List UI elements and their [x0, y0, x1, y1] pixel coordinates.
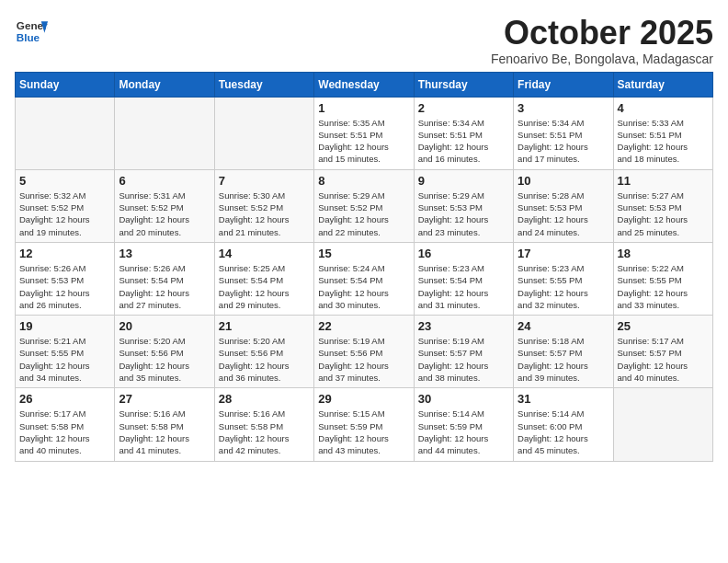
calendar-cell: 4Sunrise: 5:33 AM Sunset: 5:51 PM Daylig…	[613, 97, 712, 169]
day-number: 16	[418, 247, 509, 260]
calendar-cell: 14Sunrise: 5:25 AM Sunset: 5:54 PM Dayli…	[214, 242, 313, 315]
calendar-week-1: 1Sunrise: 5:35 AM Sunset: 5:51 PM Daylig…	[16, 97, 713, 169]
calendar-cell: 3Sunrise: 5:34 AM Sunset: 5:51 PM Daylig…	[514, 97, 613, 169]
cell-info: Sunrise: 5:28 AM Sunset: 5:53 PM Dayligh…	[518, 190, 609, 238]
calendar-cell: 26Sunrise: 5:17 AM Sunset: 5:58 PM Dayli…	[16, 388, 115, 461]
cell-info: Sunrise: 5:29 AM Sunset: 5:53 PM Dayligh…	[418, 190, 509, 238]
day-number: 31	[518, 392, 609, 406]
cell-info: Sunrise: 5:15 AM Sunset: 5:59 PM Dayligh…	[318, 408, 409, 456]
cell-info: Sunrise: 5:31 AM Sunset: 5:52 PM Dayligh…	[119, 190, 210, 238]
cell-info: Sunrise: 5:21 AM Sunset: 5:55 PM Dayligh…	[19, 335, 110, 384]
weekday-header-friday: Friday	[514, 72, 613, 97]
day-number: 30	[418, 392, 509, 406]
cell-info: Sunrise: 5:26 AM Sunset: 5:53 PM Dayligh…	[19, 262, 110, 311]
page-header: General Blue October 2025 Fenoarivo Be, …	[15, 15, 713, 66]
calendar-cell	[613, 388, 712, 461]
cell-info: Sunrise: 5:32 AM Sunset: 5:52 PM Dayligh…	[19, 190, 110, 238]
calendar-cell	[115, 97, 214, 169]
cell-info: Sunrise: 5:23 AM Sunset: 5:55 PM Dayligh…	[518, 262, 609, 311]
location-subtitle: Fenoarivo Be, Bongolava, Madagascar	[491, 52, 713, 66]
calendar-cell: 17Sunrise: 5:23 AM Sunset: 5:55 PM Dayli…	[514, 242, 613, 315]
day-number: 17	[518, 247, 609, 260]
calendar-cell: 10Sunrise: 5:28 AM Sunset: 5:53 PM Dayli…	[514, 169, 613, 242]
cell-info: Sunrise: 5:16 AM Sunset: 5:58 PM Dayligh…	[219, 408, 310, 456]
day-number: 18	[618, 247, 709, 260]
calendar-cell: 6Sunrise: 5:31 AM Sunset: 5:52 PM Daylig…	[115, 169, 214, 242]
calendar-cell: 27Sunrise: 5:16 AM Sunset: 5:58 PM Dayli…	[115, 388, 214, 461]
day-number: 6	[119, 174, 210, 188]
calendar-week-5: 26Sunrise: 5:17 AM Sunset: 5:58 PM Dayli…	[16, 388, 713, 461]
day-number: 24	[518, 319, 609, 333]
day-number: 23	[418, 319, 509, 333]
day-number: 7	[219, 174, 310, 188]
cell-info: Sunrise: 5:17 AM Sunset: 5:57 PM Dayligh…	[618, 335, 709, 384]
calendar-cell: 12Sunrise: 5:26 AM Sunset: 5:53 PM Dayli…	[16, 242, 115, 315]
day-number: 13	[119, 247, 210, 260]
day-number: 15	[318, 247, 409, 260]
calendar-cell: 5Sunrise: 5:32 AM Sunset: 5:52 PM Daylig…	[16, 169, 115, 242]
cell-info: Sunrise: 5:29 AM Sunset: 5:52 PM Dayligh…	[318, 190, 409, 238]
day-number: 28	[219, 392, 310, 406]
cell-info: Sunrise: 5:34 AM Sunset: 5:51 PM Dayligh…	[518, 117, 609, 166]
calendar-week-4: 19Sunrise: 5:21 AM Sunset: 5:55 PM Dayli…	[16, 316, 713, 388]
day-number: 11	[618, 174, 709, 188]
calendar-cell: 24Sunrise: 5:18 AM Sunset: 5:57 PM Dayli…	[514, 316, 613, 388]
cell-info: Sunrise: 5:19 AM Sunset: 5:56 PM Dayligh…	[318, 335, 409, 384]
calendar-cell: 15Sunrise: 5:24 AM Sunset: 5:54 PM Dayli…	[314, 242, 414, 315]
day-number: 5	[19, 174, 110, 188]
weekday-header-tuesday: Tuesday	[214, 72, 313, 97]
svg-text:Blue: Blue	[17, 31, 40, 43]
day-number: 1	[318, 101, 409, 115]
day-number: 25	[618, 319, 709, 333]
calendar-cell: 22Sunrise: 5:19 AM Sunset: 5:56 PM Dayli…	[314, 316, 414, 388]
calendar-cell: 19Sunrise: 5:21 AM Sunset: 5:55 PM Dayli…	[16, 316, 115, 388]
day-number: 8	[318, 174, 409, 188]
calendar-cell: 18Sunrise: 5:22 AM Sunset: 5:55 PM Dayli…	[613, 242, 712, 315]
day-number: 21	[219, 319, 310, 333]
cell-info: Sunrise: 5:30 AM Sunset: 5:52 PM Dayligh…	[219, 190, 310, 238]
day-number: 26	[19, 392, 110, 406]
cell-info: Sunrise: 5:14 AM Sunset: 6:00 PM Dayligh…	[518, 408, 609, 456]
cell-info: Sunrise: 5:14 AM Sunset: 5:59 PM Dayligh…	[418, 408, 509, 456]
cell-info: Sunrise: 5:17 AM Sunset: 5:58 PM Dayligh…	[19, 408, 110, 456]
day-number: 9	[418, 174, 509, 188]
cell-info: Sunrise: 5:35 AM Sunset: 5:51 PM Dayligh…	[318, 117, 409, 166]
day-number: 12	[19, 247, 110, 260]
calendar-cell: 20Sunrise: 5:20 AM Sunset: 5:56 PM Dayli…	[115, 316, 214, 388]
cell-info: Sunrise: 5:33 AM Sunset: 5:51 PM Dayligh…	[618, 117, 709, 166]
calendar-cell: 25Sunrise: 5:17 AM Sunset: 5:57 PM Dayli…	[613, 316, 712, 388]
weekday-header-monday: Monday	[115, 72, 214, 97]
calendar-cell: 2Sunrise: 5:34 AM Sunset: 5:51 PM Daylig…	[414, 97, 513, 169]
day-number: 20	[119, 319, 210, 333]
cell-info: Sunrise: 5:25 AM Sunset: 5:54 PM Dayligh…	[219, 262, 310, 311]
calendar-cell: 16Sunrise: 5:23 AM Sunset: 5:54 PM Dayli…	[414, 242, 513, 315]
cell-info: Sunrise: 5:23 AM Sunset: 5:54 PM Dayligh…	[418, 262, 509, 311]
weekday-header-row: SundayMondayTuesdayWednesdayThursdayFrid…	[16, 72, 713, 97]
cell-info: Sunrise: 5:16 AM Sunset: 5:58 PM Dayligh…	[119, 408, 210, 456]
weekday-header-thursday: Thursday	[414, 72, 513, 97]
calendar-week-3: 12Sunrise: 5:26 AM Sunset: 5:53 PM Dayli…	[16, 242, 713, 315]
day-number: 4	[618, 101, 709, 115]
day-number: 27	[119, 392, 210, 406]
calendar-table: SundayMondayTuesdayWednesdayThursdayFrid…	[15, 72, 713, 462]
calendar-cell	[214, 97, 313, 169]
calendar-cell: 29Sunrise: 5:15 AM Sunset: 5:59 PM Dayli…	[314, 388, 414, 461]
weekday-header-sunday: Sunday	[16, 72, 115, 97]
calendar-cell: 13Sunrise: 5:26 AM Sunset: 5:54 PM Dayli…	[115, 242, 214, 315]
title-block: October 2025 Fenoarivo Be, Bongolava, Ma…	[491, 15, 713, 66]
weekday-header-wednesday: Wednesday	[314, 72, 414, 97]
day-number: 29	[318, 392, 409, 406]
day-number: 3	[518, 101, 609, 115]
calendar-week-2: 5Sunrise: 5:32 AM Sunset: 5:52 PM Daylig…	[16, 169, 713, 242]
cell-info: Sunrise: 5:24 AM Sunset: 5:54 PM Dayligh…	[318, 262, 409, 311]
cell-info: Sunrise: 5:20 AM Sunset: 5:56 PM Dayligh…	[219, 335, 310, 384]
calendar-cell: 23Sunrise: 5:19 AM Sunset: 5:57 PM Dayli…	[414, 316, 513, 388]
weekday-header-saturday: Saturday	[613, 72, 712, 97]
cell-info: Sunrise: 5:20 AM Sunset: 5:56 PM Dayligh…	[119, 335, 210, 384]
calendar-cell: 28Sunrise: 5:16 AM Sunset: 5:58 PM Dayli…	[214, 388, 313, 461]
calendar-cell: 21Sunrise: 5:20 AM Sunset: 5:56 PM Dayli…	[214, 316, 313, 388]
logo: General Blue	[15, 15, 48, 48]
calendar-cell: 8Sunrise: 5:29 AM Sunset: 5:52 PM Daylig…	[314, 169, 414, 242]
cell-info: Sunrise: 5:18 AM Sunset: 5:57 PM Dayligh…	[518, 335, 609, 384]
logo-icon: General Blue	[15, 15, 48, 48]
